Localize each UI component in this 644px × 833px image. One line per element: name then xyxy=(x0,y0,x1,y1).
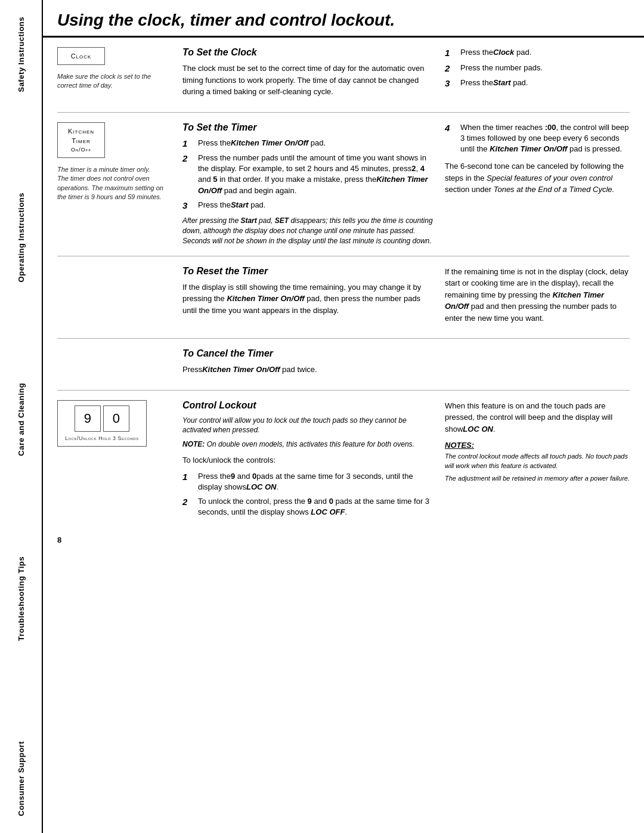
lockout-notes-header: NOTES: xyxy=(445,441,630,450)
timer-diagram-line2: Timer xyxy=(72,136,91,146)
lockout-step-text-1: Press the9 and 0pads at the same time fo… xyxy=(198,471,435,493)
lockout-step-num-1: 1 xyxy=(182,471,196,483)
section-left-lockout: 9 0 Lock/Unlock Hold 3 Seconds xyxy=(57,400,182,522)
clock-body: The clock must be set to the correct tim… xyxy=(182,63,435,98)
clock-diagram: Clock xyxy=(57,47,105,65)
section-right-timer: 4 When the timer reaches :00, the contro… xyxy=(445,122,630,246)
clock-step-1: 1 Press theClock pad. xyxy=(445,47,630,59)
clock-caption: Make sure the clock is set to the correc… xyxy=(57,72,171,91)
section-middle-timer: To Set the Timer 1 Press theKitchen Time… xyxy=(182,122,445,246)
sidebar-safety: Safety Instructions xyxy=(17,12,26,97)
lockout-steps-intro: To lock/unlock the controls: xyxy=(182,454,435,466)
timer-caption-1: The timer is a minute timer only. xyxy=(57,166,150,173)
lockout-diagram: 9 0 Lock/Unlock Hold 3 Seconds xyxy=(57,400,147,447)
timer-step-num-1: 1 xyxy=(182,138,196,150)
timer-right-step4: 4 When the timer reaches :00, the contro… xyxy=(445,122,630,155)
main-content: Using the clock, timer and control locko… xyxy=(43,0,644,833)
lockout-right-body: When this feature is on and the touch pa… xyxy=(445,400,630,435)
timer-caption: The timer is a minute timer only. The ti… xyxy=(57,165,171,202)
timer-step-1: 1 Press theKitchen Timer On/Off pad. xyxy=(182,138,435,150)
cancel-timer-title: To Cancel the Timer xyxy=(182,348,435,359)
section-set-timer: Kitchen Timer On/Off The timer is a minu… xyxy=(57,113,630,256)
lockout-note2: NOTE: On double oven models, this activa… xyxy=(182,439,435,450)
section-reset-timer: To Reset the Timer If the display is sti… xyxy=(57,256,630,339)
lockout-section-title: Control Lockout xyxy=(182,400,435,411)
timer-step-3: 3 Press theStart pad. xyxy=(182,200,435,212)
clock-steps: 1 Press theClock pad. 2 Press the number… xyxy=(445,47,630,89)
lockout-btn-0: 0 xyxy=(103,405,129,432)
section-left-clock: Clock Make sure the clock is set to the … xyxy=(57,47,182,103)
sidebar: Safety Instructions Operating Instructio… xyxy=(0,0,43,833)
section-right-clock: 1 Press theClock pad. 2 Press the number… xyxy=(445,47,630,103)
step-text-2: Press the number pads. xyxy=(460,63,543,73)
page-number: 8 xyxy=(43,531,644,544)
lockout-step-2: 2 To unlock the control, press the 9 and… xyxy=(182,496,435,518)
clock-diagram-label: Clock xyxy=(71,52,92,60)
lockout-btn-9: 9 xyxy=(75,405,101,432)
lockout-note-1: The control lockout mode affects all tou… xyxy=(445,452,630,470)
step-num-2: 2 xyxy=(445,63,458,75)
section-left-reset xyxy=(57,266,182,329)
section-left-cancel xyxy=(57,348,182,380)
page-title: Using the clock, timer and control locko… xyxy=(43,0,644,38)
reset-timer-title: To Reset the Timer xyxy=(182,266,435,277)
timer-right-body: The 6-second tone can be canceled by fol… xyxy=(445,160,630,196)
timer-diagram-line3: On/Off xyxy=(71,146,91,154)
timer-right-step-num-4: 4 xyxy=(445,122,458,134)
section-right-reset: If the remaining time is not in the disp… xyxy=(445,266,630,329)
step-num-3: 3 xyxy=(445,78,458,89)
lockout-italic-note1: Your control will allow you to lock out … xyxy=(182,416,435,436)
section-middle-cancel: To Cancel the Timer PressKitchen Timer O… xyxy=(182,348,445,380)
timer-step-num-2: 2 xyxy=(182,153,196,165)
clock-step-2: 2 Press the number pads. xyxy=(445,63,630,75)
timer-diagram: Kitchen Timer On/Off xyxy=(57,122,105,159)
timer-diagram-line1: Kitchen xyxy=(68,126,94,137)
timer-step-text-3: Press theStart pad. xyxy=(198,200,265,210)
timer-steps: 1 Press theKitchen Timer On/Off pad. 2 P… xyxy=(182,138,435,212)
sidebar-consumer: Consumer Support xyxy=(17,736,26,821)
timer-step-text-1: Press theKitchen Timer On/Off pad. xyxy=(198,138,326,148)
timer-section-title: To Set the Timer xyxy=(182,122,435,133)
lockout-step-1: 1 Press the9 and 0pads at the same time … xyxy=(182,471,435,493)
cancel-timer-body: PressKitchen Timer On/Off pad twice. xyxy=(182,364,435,376)
section-set-clock: Clock Make sure the clock is set to the … xyxy=(57,38,630,113)
reset-timer-body: If the display is still showing the time… xyxy=(182,281,435,317)
sidebar-care: Care and Cleaning xyxy=(17,378,26,461)
timer-step-2: 2 Press the number pads until the amount… xyxy=(182,153,435,196)
section-right-lockout: When this feature is on and the touch pa… xyxy=(445,400,630,522)
section-middle-lockout: Control Lockout Your control will allow … xyxy=(182,400,445,522)
lockout-note-2: The adjustment will be retained in memor… xyxy=(445,474,630,483)
section-left-timer: Kitchen Timer On/Off The timer is a minu… xyxy=(57,122,182,246)
step-text-3: Press theStart pad. xyxy=(460,78,528,88)
timer-caption-2: The timer does not control oven operatio… xyxy=(57,175,163,200)
lockout-note-label: NOTE: xyxy=(182,440,205,448)
section-cancel-timer: To Cancel the Timer PressKitchen Timer O… xyxy=(57,339,630,391)
timer-step-text-2: Press the number pads until the amount o… xyxy=(198,153,435,196)
lockout-label: Lock/Unlock Hold 3 Seconds xyxy=(65,435,139,441)
section-control-lockout: 9 0 Lock/Unlock Hold 3 Seconds Control L… xyxy=(57,391,630,531)
content-area: Clock Make sure the clock is set to the … xyxy=(43,38,644,531)
lockout-buttons: 9 0 xyxy=(75,405,129,432)
clock-section-title: To Set the Clock xyxy=(182,47,435,58)
timer-right-step-text-4: When the timer reaches :00, the control … xyxy=(460,122,630,155)
section-middle-clock: To Set the Clock The clock must be set t… xyxy=(182,47,445,103)
timer-step-num-3: 3 xyxy=(182,200,196,212)
page: Safety Instructions Operating Instructio… xyxy=(0,0,644,833)
step-num-1: 1 xyxy=(445,47,458,59)
lockout-step-num-2: 2 xyxy=(182,496,196,508)
section-right-cancel xyxy=(445,348,630,380)
section-middle-reset: To Reset the Timer If the display is sti… xyxy=(182,266,445,329)
lockout-steps: 1 Press the9 and 0pads at the same time … xyxy=(182,471,435,518)
lockout-note2-text: On double oven models, this activates th… xyxy=(207,440,414,448)
timer-italic-note: After pressing the Start pad, SET disapp… xyxy=(182,216,435,246)
sidebar-operating: Operating Instructions xyxy=(17,188,26,287)
reset-timer-right-body: If the remaining time is not in the disp… xyxy=(445,266,630,324)
lockout-step-text-2: To unlock the control, press the 9 and 0… xyxy=(198,496,435,518)
clock-step-3: 3 Press theStart pad. xyxy=(445,78,630,89)
step-text-1: Press theClock pad. xyxy=(460,47,531,58)
sidebar-troubleshooting: Troubleshooting Tips xyxy=(17,552,26,646)
